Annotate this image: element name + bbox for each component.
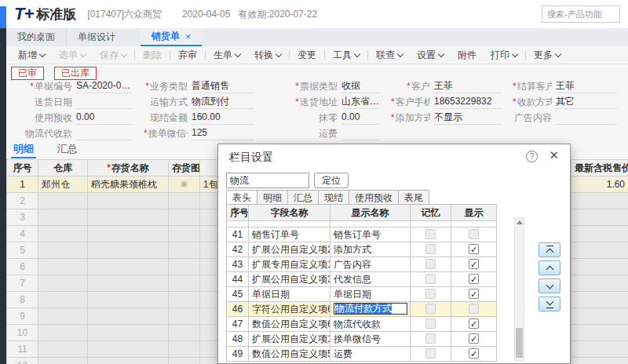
field-name-cell[interactable]: 字符公用自定义项6 — [249, 302, 330, 317]
row-cell[interactable]: 1.60 — [571, 177, 628, 193]
display-name-cell[interactable]: 物流代收款 — [330, 317, 411, 332]
close-tab-icon[interactable]: × — [185, 31, 191, 42]
field-value[interactable]: 王菲 — [556, 79, 617, 93]
memory-checkbox[interactable] — [425, 304, 436, 314]
row-cell[interactable]: ※ — [169, 177, 200, 193]
display-name-input[interactable]: 物流付款方式 — [334, 303, 407, 315]
toolbar-item-save[interactable]: 保存 — [100, 49, 126, 62]
toolbar-item-settings[interactable]: 设置 — [417, 49, 444, 62]
display-name-cell[interactable]: 运费 — [330, 347, 411, 362]
field-value[interactable] — [76, 95, 133, 109]
memory-checkbox[interactable] — [425, 274, 436, 284]
memory-checkbox[interactable] — [425, 259, 436, 269]
show-checkbox[interactable] — [469, 244, 479, 254]
memory-cell — [411, 242, 451, 257]
field-value[interactable]: 不显示 — [434, 111, 502, 125]
field-name-cell[interactable]: 扩展公用自定义项3 — [249, 272, 330, 287]
field-label: 现结金额 — [144, 111, 188, 125]
field-value[interactable]: 160.00 — [192, 111, 254, 125]
field-value[interactable] — [76, 126, 133, 140]
field-value[interactable]: SA-2020-04-0028 — [76, 79, 133, 93]
display-name-cell[interactable]: 单据日期 — [330, 287, 411, 302]
toolbar-item-convert[interactable]: 转换 — [254, 49, 281, 62]
show-checkbox[interactable] — [469, 229, 479, 239]
field-value[interactable]: 山东省青岛市平... — [341, 95, 380, 109]
toolbar-item-attachment[interactable]: 附件 — [458, 49, 476, 62]
toolbar-item-change[interactable]: 变更 — [298, 49, 316, 62]
column-filter-input[interactable] — [226, 173, 309, 188]
field-value[interactable]: 普通销售 — [192, 79, 254, 93]
display-name-cell[interactable]: 销售订单号 — [330, 228, 411, 242]
field-value[interactable]: 其它 — [556, 95, 617, 109]
move-bottom-icon — [546, 308, 553, 308]
close-icon[interactable]: ✕ — [549, 148, 559, 162]
move-down-button[interactable] — [539, 278, 560, 293]
required-marker: * — [295, 96, 299, 107]
field-value[interactable]: 收据 — [341, 79, 380, 93]
field-name-cell[interactable]: 扩展专用自定义项1 — [249, 257, 330, 272]
tab-voucher-design[interactable]: 单据设计 — [66, 28, 126, 46]
field-name-cell[interactable]: 扩展公用自定义项2 — [249, 242, 330, 257]
row-cell[interactable]: 1 — [7, 177, 38, 193]
toolbar-item-delete[interactable]: 删除 — [143, 49, 162, 62]
field-name-cell[interactable]: 数值公用自定义项5 — [249, 347, 330, 362]
toolbar-item-linked-query[interactable]: 联查 — [376, 49, 403, 62]
display-name-cell[interactable]: 添加方式 — [330, 242, 411, 257]
toolbar-item-select-order[interactable]: 选单 — [59, 49, 86, 62]
memory-checkbox[interactable] — [425, 333, 436, 344]
tab-sales-order[interactable]: 销货单 × — [141, 28, 202, 46]
memory-checkbox[interactable] — [425, 229, 436, 239]
show-checkbox[interactable] — [469, 274, 479, 284]
field-value[interactable]: 0.00 — [76, 111, 133, 125]
memory-checkbox[interactable] — [425, 244, 436, 254]
dialog-scrollbar[interactable] — [514, 217, 524, 361]
empty-cell — [38, 308, 88, 325]
toolbar-item-print[interactable]: 打印 — [491, 49, 517, 62]
field-value[interactable]: 125 — [192, 126, 254, 140]
toolbar-item-more[interactable]: 更多 — [534, 49, 560, 62]
toolbar-item-generate[interactable]: 生单 — [214, 49, 240, 62]
display-name-cell[interactable]: 代发信息 — [330, 272, 411, 287]
tab-summary[interactable]: 汇总 — [55, 142, 80, 158]
field-name-cell[interactable]: 销售订单号 — [249, 228, 330, 242]
dialog-table-header: 序号字段名称显示名称记忆显示 — [227, 205, 497, 221]
move-top-button[interactable] — [539, 242, 560, 257]
show-checkbox[interactable] — [469, 289, 479, 299]
scroll-up-icon[interactable] — [517, 220, 523, 224]
field-value[interactable]: 0.00 — [341, 111, 380, 125]
display-name-cell[interactable]: 广告内容 — [330, 257, 411, 272]
show-checkbox[interactable] — [469, 259, 479, 269]
field-name-cell[interactable]: 数值公用自定义项6 — [249, 317, 330, 332]
field-name-cell[interactable]: 单据日期 — [249, 287, 330, 302]
field-value[interactable]: 物流到付 — [192, 95, 254, 109]
show-checkbox[interactable] — [469, 304, 479, 314]
move-up-button[interactable] — [539, 260, 560, 275]
toolbar-item-new[interactable]: 新增 — [18, 49, 45, 62]
show-checkbox[interactable] — [469, 318, 479, 329]
display-name-cell[interactable]: 接单微信号 — [330, 332, 411, 347]
memory-checkbox[interactable] — [425, 289, 436, 299]
memory-checkbox[interactable] — [425, 318, 436, 329]
tab-detail[interactable]: 明细 — [11, 142, 36, 158]
field-name-cell[interactable]: 扩展公用自定义项1 — [249, 332, 330, 347]
field-value[interactable]: 18653229832 — [434, 95, 502, 109]
product-search-input[interactable] — [542, 5, 620, 23]
license-validity: 有效期:2020-07-22 — [238, 8, 317, 21]
show-checkbox[interactable] — [469, 348, 479, 359]
tab-my-desktop[interactable]: 我的桌面 — [6, 28, 66, 46]
help-icon[interactable]: ? — [526, 151, 538, 162]
toolbar-item-tools[interactable]: 工具 — [333, 49, 360, 62]
row-cell[interactable]: 郑州仓 — [38, 177, 88, 193]
dialog-column-header: 显示 — [451, 205, 497, 221]
toolbar-item-unaudit[interactable]: 弃审 — [178, 49, 197, 62]
memory-checkbox[interactable] — [425, 348, 436, 359]
row-cell[interactable]: 稻壳糖果颈椎枕 — [88, 177, 169, 193]
display-name-cell[interactable]: 物流付款方式 — [330, 302, 411, 317]
field-value[interactable] — [341, 126, 380, 140]
field-value[interactable] — [556, 111, 617, 125]
show-checkbox[interactable] — [469, 333, 479, 344]
field-value[interactable]: 王菲 — [434, 79, 502, 93]
move-bottom-button[interactable] — [539, 297, 560, 311]
scrollbar-thumb[interactable] — [516, 328, 523, 358]
locate-button[interactable]: 定位 — [314, 173, 349, 188]
